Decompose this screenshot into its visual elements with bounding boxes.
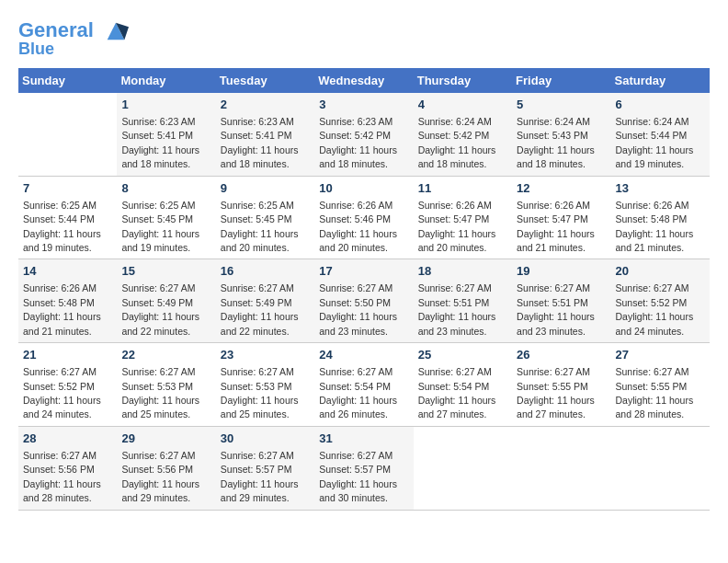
- calendar-cell: 4Sunrise: 6:24 AM Sunset: 5:42 PM Daylig…: [414, 93, 512, 176]
- day-number: 8: [121, 180, 210, 197]
- day-info: Sunrise: 6:23 AM Sunset: 5:41 PM Dayligh…: [221, 116, 299, 169]
- calendar-cell: 9Sunrise: 6:25 AM Sunset: 5:45 PM Daylig…: [216, 176, 314, 259]
- calendar-cell: 21Sunrise: 6:27 AM Sunset: 5:52 PM Dayli…: [18, 343, 117, 427]
- day-info: Sunrise: 6:27 AM Sunset: 5:51 PM Dayligh…: [517, 282, 595, 336]
- calendar-cell: 15Sunrise: 6:27 AM Sunset: 5:49 PM Dayli…: [117, 259, 215, 343]
- day-info: Sunrise: 6:27 AM Sunset: 5:54 PM Dayligh…: [418, 366, 496, 419]
- day-info: Sunrise: 6:26 AM Sunset: 5:48 PM Dayligh…: [23, 282, 101, 336]
- calendar-cell: 3Sunrise: 6:23 AM Sunset: 5:42 PM Daylig…: [314, 93, 413, 176]
- day-number: 6: [616, 97, 705, 113]
- day-info: Sunrise: 6:25 AM Sunset: 5:44 PM Dayligh…: [23, 200, 101, 253]
- calendar-cell: 27Sunrise: 6:27 AM Sunset: 5:55 PM Dayli…: [611, 343, 710, 427]
- day-info: Sunrise: 6:27 AM Sunset: 5:56 PM Dayligh…: [121, 450, 199, 503]
- day-number: 10: [319, 180, 408, 197]
- day-number: 31: [319, 431, 408, 447]
- day-number: 15: [121, 263, 210, 280]
- day-info: Sunrise: 6:27 AM Sunset: 5:57 PM Dayligh…: [221, 450, 299, 503]
- weekday-header-tuesday: Tuesday: [216, 68, 314, 93]
- calendar-cell: [18, 93, 117, 176]
- day-number: 24: [319, 347, 408, 363]
- day-info: Sunrise: 6:25 AM Sunset: 5:45 PM Dayligh…: [121, 200, 199, 253]
- day-number: 28: [23, 431, 112, 447]
- week-row-2: 7Sunrise: 6:25 AM Sunset: 5:44 PM Daylig…: [18, 176, 710, 259]
- day-number: 19: [517, 263, 606, 280]
- calendar-cell: 8Sunrise: 6:25 AM Sunset: 5:45 PM Daylig…: [117, 176, 215, 259]
- week-row-5: 28Sunrise: 6:27 AM Sunset: 5:56 PM Dayli…: [18, 426, 710, 510]
- day-number: 18: [418, 263, 507, 280]
- day-info: Sunrise: 6:27 AM Sunset: 5:56 PM Dayligh…: [23, 450, 101, 503]
- calendar-cell: 12Sunrise: 6:26 AM Sunset: 5:47 PM Dayli…: [512, 176, 610, 259]
- day-number: 30: [221, 431, 310, 447]
- day-number: 13: [616, 180, 705, 197]
- day-info: Sunrise: 6:27 AM Sunset: 5:53 PM Dayligh…: [221, 366, 299, 419]
- day-number: 3: [319, 97, 408, 113]
- weekday-header-sunday: Sunday: [18, 68, 117, 93]
- day-number: 20: [616, 263, 705, 280]
- day-info: Sunrise: 6:27 AM Sunset: 5:57 PM Dayligh…: [319, 450, 397, 503]
- calendar-cell: 11Sunrise: 6:26 AM Sunset: 5:47 PM Dayli…: [414, 176, 512, 259]
- calendar-cell: 20Sunrise: 6:27 AM Sunset: 5:52 PM Dayli…: [611, 259, 710, 343]
- day-number: 22: [121, 347, 210, 363]
- calendar-cell: 2Sunrise: 6:23 AM Sunset: 5:41 PM Daylig…: [216, 93, 314, 176]
- calendar-cell: 10Sunrise: 6:26 AM Sunset: 5:46 PM Dayli…: [314, 176, 413, 259]
- day-number: 5: [517, 97, 606, 113]
- day-number: 25: [418, 347, 507, 363]
- day-info: Sunrise: 6:25 AM Sunset: 5:45 PM Dayligh…: [221, 200, 299, 253]
- calendar-cell: [512, 426, 610, 510]
- calendar-cell: 29Sunrise: 6:27 AM Sunset: 5:56 PM Dayli…: [117, 426, 215, 510]
- calendar-cell: 1Sunrise: 6:23 AM Sunset: 5:41 PM Daylig…: [117, 93, 215, 176]
- calendar-cell: 30Sunrise: 6:27 AM Sunset: 5:57 PM Dayli…: [216, 426, 314, 510]
- calendar-cell: [414, 426, 512, 510]
- day-number: 7: [23, 180, 112, 197]
- day-number: 9: [221, 180, 310, 197]
- day-info: Sunrise: 6:27 AM Sunset: 5:49 PM Dayligh…: [121, 282, 199, 336]
- day-info: Sunrise: 6:27 AM Sunset: 5:54 PM Dayligh…: [319, 366, 397, 419]
- day-info: Sunrise: 6:26 AM Sunset: 5:46 PM Dayligh…: [319, 200, 397, 253]
- weekday-header-thursday: Thursday: [414, 68, 512, 93]
- day-info: Sunrise: 6:26 AM Sunset: 5:47 PM Dayligh…: [517, 200, 595, 253]
- day-number: 16: [221, 263, 310, 280]
- logo: General Blue: [18, 18, 129, 59]
- day-info: Sunrise: 6:27 AM Sunset: 5:53 PM Dayligh…: [121, 366, 199, 419]
- calendar-cell: 19Sunrise: 6:27 AM Sunset: 5:51 PM Dayli…: [512, 259, 610, 343]
- calendar-cell: 24Sunrise: 6:27 AM Sunset: 5:54 PM Dayli…: [314, 343, 413, 427]
- week-row-1: 1Sunrise: 6:23 AM Sunset: 5:41 PM Daylig…: [18, 93, 710, 176]
- day-number: 23: [221, 347, 310, 363]
- calendar-cell: 26Sunrise: 6:27 AM Sunset: 5:55 PM Dayli…: [512, 343, 610, 427]
- calendar-cell: 23Sunrise: 6:27 AM Sunset: 5:53 PM Dayli…: [216, 343, 314, 427]
- day-info: Sunrise: 6:26 AM Sunset: 5:47 PM Dayligh…: [418, 200, 496, 253]
- day-number: 21: [23, 347, 112, 363]
- calendar-cell: 22Sunrise: 6:27 AM Sunset: 5:53 PM Dayli…: [117, 343, 215, 427]
- calendar-cell: 31Sunrise: 6:27 AM Sunset: 5:57 PM Dayli…: [314, 426, 413, 510]
- day-info: Sunrise: 6:23 AM Sunset: 5:41 PM Dayligh…: [121, 116, 199, 169]
- calendar-cell: 13Sunrise: 6:26 AM Sunset: 5:48 PM Dayli…: [611, 176, 710, 259]
- calendar-cell: 6Sunrise: 6:24 AM Sunset: 5:44 PM Daylig…: [611, 93, 710, 176]
- day-info: Sunrise: 6:26 AM Sunset: 5:48 PM Dayligh…: [616, 200, 694, 253]
- calendar-cell: 17Sunrise: 6:27 AM Sunset: 5:50 PM Dayli…: [314, 259, 413, 343]
- day-number: 4: [418, 97, 507, 113]
- calendar-table: SundayMondayTuesdayWednesdayThursdayFrid…: [18, 68, 710, 511]
- week-row-4: 21Sunrise: 6:27 AM Sunset: 5:52 PM Dayli…: [18, 343, 710, 427]
- calendar-cell: 16Sunrise: 6:27 AM Sunset: 5:49 PM Dayli…: [216, 259, 314, 343]
- calendar-cell: 14Sunrise: 6:26 AM Sunset: 5:48 PM Dayli…: [18, 259, 117, 343]
- weekday-header-friday: Friday: [512, 68, 610, 93]
- calendar-cell: 25Sunrise: 6:27 AM Sunset: 5:54 PM Dayli…: [414, 343, 512, 427]
- weekday-header-wednesday: Wednesday: [314, 68, 413, 93]
- day-info: Sunrise: 6:27 AM Sunset: 5:55 PM Dayligh…: [616, 366, 694, 419]
- day-number: 12: [517, 180, 606, 197]
- day-number: 14: [23, 263, 112, 280]
- day-number: 1: [121, 97, 210, 113]
- day-info: Sunrise: 6:23 AM Sunset: 5:42 PM Dayligh…: [319, 116, 397, 169]
- day-number: 17: [319, 263, 408, 280]
- day-info: Sunrise: 6:27 AM Sunset: 5:51 PM Dayligh…: [418, 282, 496, 336]
- day-info: Sunrise: 6:27 AM Sunset: 5:49 PM Dayligh…: [221, 282, 299, 336]
- week-row-3: 14Sunrise: 6:26 AM Sunset: 5:48 PM Dayli…: [18, 259, 710, 343]
- day-info: Sunrise: 6:27 AM Sunset: 5:52 PM Dayligh…: [616, 282, 694, 336]
- calendar-cell: 18Sunrise: 6:27 AM Sunset: 5:51 PM Dayli…: [414, 259, 512, 343]
- weekday-header-monday: Monday: [117, 68, 215, 93]
- day-info: Sunrise: 6:27 AM Sunset: 5:50 PM Dayligh…: [319, 282, 397, 336]
- day-number: 29: [121, 431, 210, 447]
- day-number: 2: [221, 97, 310, 113]
- page-header: General Blue: [18, 18, 710, 59]
- weekday-header-row: SundayMondayTuesdayWednesdayThursdayFrid…: [18, 68, 710, 93]
